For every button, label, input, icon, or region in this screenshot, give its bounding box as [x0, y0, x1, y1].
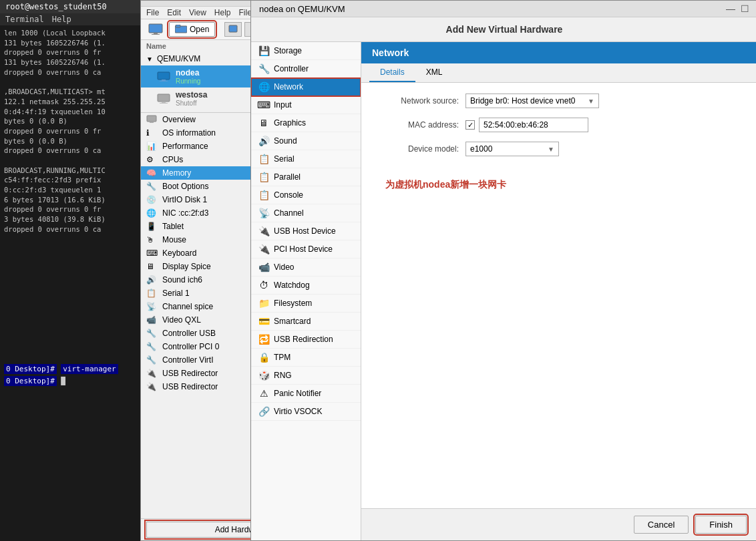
virtio-disk-icon: 💿	[146, 195, 158, 204]
svg-rect-7	[158, 72, 170, 79]
terminal-menu-help[interactable]: Help	[52, 15, 71, 24]
hw-type-vsock[interactable]: 🔗 Virtio VSOCK	[251, 403, 361, 421]
minimize-button[interactable]: —	[726, 3, 735, 14]
network-source-arrow: ▼	[588, 98, 594, 105]
sidebar-usb-redir2-label: USB Redirector	[162, 382, 218, 391]
hw-type-smartcard[interactable]: 💳 Smartcard	[251, 313, 361, 331]
terminal-prompt2: 0 Desktop]#	[4, 376, 57, 386]
hw-type-console-label: Console	[274, 190, 303, 200]
hw-type-network-label: Network	[274, 82, 303, 92]
hw-type-panic[interactable]: ⚠ Panic Notifier	[251, 385, 361, 403]
usb-redir-icon: 🔁	[258, 334, 270, 345]
tab-details[interactable]: Details	[369, 63, 415, 82]
vm-open-button[interactable]: Open	[169, 22, 215, 37]
sound-icon: 🔊	[258, 136, 270, 146]
mac-address-row: MAC address:	[372, 118, 747, 132]
hw-type-usb-host-label: USB Host Device	[274, 226, 336, 236]
sound-ich6-icon: 🔊	[146, 275, 158, 285]
hw-type-usb-redir[interactable]: 🔁 USB Redirection	[251, 331, 361, 349]
cancel-button[interactable]: Cancel	[634, 516, 689, 534]
performance-icon: 📊	[146, 142, 158, 151]
finish-button[interactable]: Finish	[695, 516, 747, 534]
svg-rect-8	[162, 79, 166, 81]
hw-type-vsock-label: Virtio VSOCK	[274, 407, 322, 416]
vm-toolbar-btn2[interactable]	[224, 22, 242, 37]
sidebar-display-spice-label: Display Spice	[162, 262, 211, 271]
hw-type-controller[interactable]: 🔧 Controller	[251, 60, 361, 78]
network-icon: 🌐	[258, 81, 270, 92]
vm-menu-file[interactable]: File	[146, 8, 159, 17]
hw-type-input[interactable]: ⌨ Input	[251, 96, 361, 114]
vm-machine-info-westosa: westosa Shutoff	[176, 90, 207, 107]
panic-icon: ⚠	[258, 388, 270, 399]
usb-redir2-icon: 🔌	[146, 382, 158, 391]
hw-titlebar: nodea on QEMU/KVM — ☐	[251, 1, 756, 17]
sidebar-boot-options-label: Boot Options	[162, 182, 208, 191]
hw-type-parallel[interactable]: 📋 Parallel	[251, 168, 361, 186]
hw-type-tpm[interactable]: 🔒 TPM	[251, 349, 361, 367]
device-model-arrow: ▼	[548, 146, 554, 153]
svg-rect-2	[152, 34, 160, 35]
usb-redir1-icon: 🔌	[146, 369, 158, 378]
serial1-icon: 📋	[146, 289, 158, 298]
svg-rect-10	[158, 94, 170, 102]
vm-menu-edit[interactable]: Edit	[167, 8, 181, 17]
serial-icon: 📋	[258, 154, 270, 164]
hw-type-sound-label: Sound	[274, 136, 297, 146]
hw-type-sound[interactable]: 🔊 Sound	[251, 132, 361, 150]
sidebar-os-info-label: OS information	[162, 128, 216, 138]
boot-options-icon: 🔧	[146, 182, 158, 191]
sidebar-keyboard-label: Keyboard	[162, 248, 196, 258]
memory-icon: 🧠	[146, 168, 158, 178]
sidebar-ctrl-pci-label: Controller PCI 0	[162, 342, 219, 351]
vm-menu-file2[interactable]: File	[239, 8, 252, 17]
vm-menu-help[interactable]: Help	[214, 8, 231, 17]
hw-type-serial[interactable]: 📋 Serial	[251, 150, 361, 168]
sidebar-overview-label: Overview	[162, 115, 196, 124]
hw-type-storage[interactable]: 💾 Storage	[251, 42, 361, 60]
hw-type-smartcard-label: Smartcard	[274, 317, 311, 326]
controller-icon: 🔧	[258, 63, 270, 74]
terminal-command1: virt-manager	[61, 364, 118, 374]
hw-type-video[interactable]: 📹 Video	[251, 258, 361, 277]
hw-type-network[interactable]: 🌐 Network	[251, 78, 361, 96]
sidebar-tablet-label: Tablet	[162, 222, 184, 231]
hw-type-rng[interactable]: 🎲 RNG	[251, 367, 361, 385]
sidebar-nic-label: NIC :cc:2f:d3	[162, 208, 208, 218]
vm-machine-icon-nodea	[157, 71, 170, 82]
svg-rect-14	[150, 122, 154, 123]
nic-icon: 🌐	[146, 208, 158, 218]
hw-type-pci-host[interactable]: 🔌 PCI Host Device	[251, 240, 361, 258]
network-source-row: Network source: Bridge br0: Host device …	[372, 94, 747, 108]
sidebar-ctrl-usb-label: Controller USB	[162, 329, 216, 338]
hw-type-list: 💾 Storage 🔧 Controller 🌐 Network ⌨ Input…	[251, 42, 361, 540]
parallel-icon: 📋	[258, 172, 270, 182]
mac-address-input[interactable]	[479, 118, 588, 132]
hw-type-graphics[interactable]: 🖥 Graphics	[251, 114, 361, 132]
keyboard-icon: ⌨	[146, 248, 158, 258]
hw-type-channel[interactable]: 📡 Channel	[251, 204, 361, 222]
hw-type-filesystem[interactable]: 📁 Filesystem	[251, 295, 361, 313]
hw-type-console[interactable]: 📋 Console	[251, 186, 361, 204]
graphics-icon: 🖥	[258, 118, 270, 128]
device-model-select[interactable]: e1000 ▼	[465, 142, 559, 156]
hw-type-watchdog[interactable]: ⏱ Watchdog	[251, 277, 361, 295]
smartcard-icon: 💳	[258, 316, 270, 327]
mac-address-checkbox[interactable]	[465, 120, 475, 130]
device-model-label: Device model:	[372, 144, 459, 154]
filesystem-icon: 📁	[258, 298, 270, 309]
usb-host-icon: 🔌	[258, 226, 270, 236]
network-source-select[interactable]: Bridge br0: Host device vnet0 ▼	[465, 94, 599, 108]
maximize-button[interactable]: ☐	[741, 3, 749, 14]
vm-machine-info-nodea: nodea Running	[176, 68, 200, 85]
hw-detail-tabs: Details XML	[361, 63, 756, 83]
hw-detail-panel: Network Details XML Network source: Brid…	[361, 42, 756, 540]
terminal-menu-terminal[interactable]: Terminal	[5, 15, 44, 24]
sidebar-channel-spice-label: Channel spice	[162, 302, 213, 311]
tab-xml[interactable]: XML	[415, 63, 453, 82]
hw-add-content: 💾 Storage 🔧 Controller 🌐 Network ⌨ Input…	[251, 42, 756, 540]
os-info-icon: ℹ	[146, 128, 158, 138]
hw-type-parallel-label: Parallel	[274, 172, 301, 182]
vm-menu-view[interactable]: View	[189, 8, 206, 17]
hw-type-usb-host[interactable]: 🔌 USB Host Device	[251, 222, 361, 240]
